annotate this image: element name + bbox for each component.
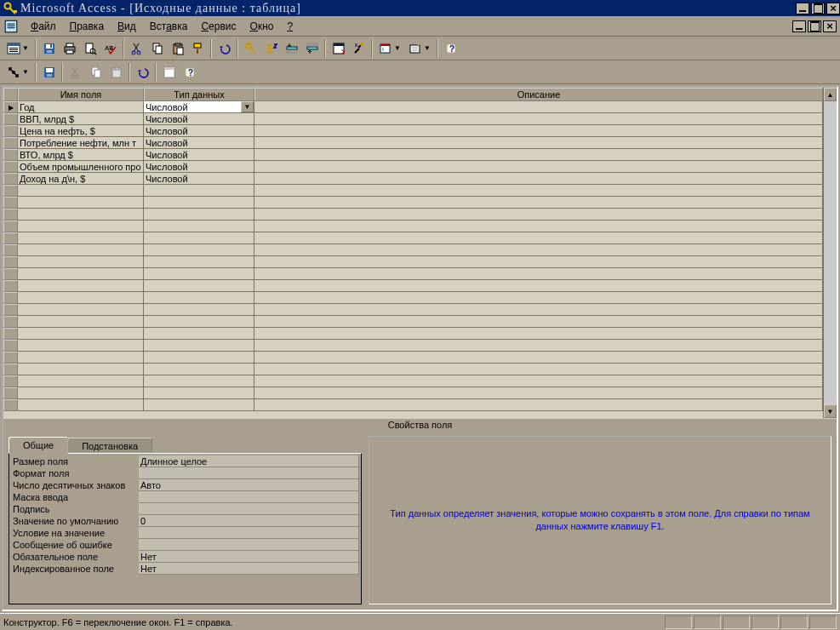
- row-selector[interactable]: [3, 352, 18, 364]
- mdi-close-button[interactable]: [823, 20, 837, 32]
- table-row[interactable]: ВТО, млрд $Числовой: [3, 149, 823, 161]
- field-name-cell[interactable]: [18, 328, 144, 340]
- format-painter-button[interactable]: [188, 39, 208, 58]
- table-row[interactable]: [3, 244, 823, 256]
- property-value[interactable]: [139, 491, 359, 503]
- table-row[interactable]: [3, 220, 823, 232]
- database-window-button[interactable]: ▼: [375, 39, 404, 58]
- data-type-cell[interactable]: [144, 375, 254, 387]
- scroll-up-button[interactable]: ▲: [824, 88, 837, 101]
- table-row[interactable]: ГодЧисловой▼: [3, 101, 823, 113]
- table-row[interactable]: [3, 375, 823, 387]
- description-cell[interactable]: [254, 173, 823, 185]
- insert-rows-button[interactable]: [282, 39, 301, 58]
- description-cell[interactable]: [254, 256, 823, 268]
- menu-edit[interactable]: Правка: [63, 19, 111, 34]
- data-type-cell[interactable]: [144, 292, 254, 304]
- primary-key-button[interactable]: [241, 39, 260, 58]
- grid-body[interactable]: ГодЧисловой▼ВВП, млрд $ЧисловойЦена на н…: [3, 101, 823, 418]
- row-selector[interactable]: [3, 399, 18, 411]
- row-selector[interactable]: [3, 137, 18, 149]
- table-row[interactable]: Цена на нефть, $Числовой: [3, 125, 823, 137]
- field-name-cell[interactable]: Год: [18, 101, 144, 113]
- property-value[interactable]: 0: [139, 515, 359, 527]
- field-name-cell[interactable]: Доход на д\н, $: [18, 173, 144, 185]
- scroll-down-button[interactable]: ▼: [824, 404, 837, 418]
- row-selector[interactable]: [3, 244, 18, 256]
- description-cell[interactable]: [254, 209, 823, 220]
- field-name-cell[interactable]: [18, 316, 144, 328]
- row-selector[interactable]: [3, 304, 18, 316]
- tool-save-button[interactable]: [39, 63, 59, 82]
- data-type-cell[interactable]: Числовой: [144, 149, 254, 161]
- print-preview-button[interactable]: [80, 39, 100, 58]
- description-cell[interactable]: [254, 340, 823, 352]
- save-button[interactable]: [39, 39, 59, 58]
- data-type-cell[interactable]: [144, 244, 254, 256]
- description-cell[interactable]: [254, 113, 823, 125]
- field-name-cell[interactable]: [18, 352, 144, 364]
- menu-window[interactable]: Окно: [243, 19, 281, 34]
- menu-file[interactable]: Файл: [24, 19, 63, 34]
- row-selector[interactable]: [3, 125, 18, 137]
- table-row[interactable]: [3, 304, 823, 316]
- description-cell[interactable]: [254, 244, 823, 256]
- paste-button[interactable]: [168, 39, 187, 58]
- data-type-cell[interactable]: [144, 352, 254, 364]
- menu-insert[interactable]: Вставка: [143, 19, 195, 34]
- new-object-button[interactable]: ▼: [405, 39, 434, 58]
- property-value[interactable]: Нет: [139, 551, 359, 563]
- field-name-cell[interactable]: [18, 280, 144, 292]
- table-row[interactable]: [3, 197, 823, 209]
- data-type-dropdown-button[interactable]: ▼: [241, 101, 254, 112]
- data-type-cell[interactable]: [144, 304, 254, 316]
- row-selector[interactable]: [3, 387, 18, 399]
- mdi-minimize-button[interactable]: [792, 20, 806, 32]
- field-name-cell[interactable]: [18, 399, 144, 411]
- cut-button[interactable]: [127, 39, 146, 58]
- field-name-cell[interactable]: [18, 209, 144, 220]
- table-row[interactable]: [3, 340, 823, 352]
- menu-tools[interactable]: Сервис: [194, 19, 243, 34]
- builder-button[interactable]: [349, 39, 369, 58]
- tab-lookup[interactable]: Подстановка: [67, 438, 152, 452]
- data-type-cell[interactable]: [144, 197, 254, 209]
- description-cell[interactable]: [254, 375, 823, 387]
- table-row[interactable]: [3, 268, 823, 280]
- data-type-cell[interactable]: [144, 316, 254, 328]
- field-name-cell[interactable]: Цена на нефть, $: [18, 125, 144, 137]
- indexes-button[interactable]: [261, 39, 281, 58]
- data-type-cell[interactable]: Числовой: [144, 125, 254, 137]
- row-selector[interactable]: [3, 340, 18, 352]
- field-name-cell[interactable]: ВВП, млрд $: [18, 113, 144, 125]
- table-row[interactable]: [3, 352, 823, 364]
- spelling-button[interactable]: ᴀʙ: [100, 39, 120, 58]
- document-icon[interactable]: [3, 19, 19, 34]
- property-value[interactable]: [139, 467, 359, 479]
- description-cell[interactable]: [254, 268, 823, 280]
- maximize-button[interactable]: [811, 3, 825, 14]
- description-cell[interactable]: [254, 185, 823, 197]
- field-name-cell[interactable]: [18, 197, 144, 209]
- field-name-cell[interactable]: [18, 256, 144, 268]
- table-row[interactable]: Доход на д\н, $Числовой: [3, 173, 823, 185]
- description-cell[interactable]: [254, 328, 823, 340]
- data-type-cell[interactable]: Числовой▼: [144, 101, 254, 113]
- table-row[interactable]: [3, 328, 823, 340]
- delete-rows-button[interactable]: [302, 39, 322, 58]
- row-selector[interactable]: [3, 316, 18, 328]
- tool-copy-button[interactable]: [86, 63, 106, 82]
- row-selector[interactable]: [3, 101, 18, 113]
- table-row[interactable]: Потребление нефти, млн тЧисловой: [3, 137, 823, 149]
- help-button[interactable]: ?: [441, 39, 460, 58]
- field-name-cell[interactable]: [18, 185, 144, 197]
- header-data-type[interactable]: Тип данных: [144, 88, 254, 101]
- tool-run-button[interactable]: [159, 63, 179, 82]
- description-cell[interactable]: [254, 292, 823, 304]
- data-type-cell[interactable]: [144, 399, 254, 411]
- description-cell[interactable]: [254, 280, 823, 292]
- row-selector[interactable]: [3, 375, 18, 387]
- row-selector[interactable]: [3, 161, 18, 173]
- description-cell[interactable]: [254, 232, 823, 244]
- description-cell[interactable]: [254, 387, 823, 399]
